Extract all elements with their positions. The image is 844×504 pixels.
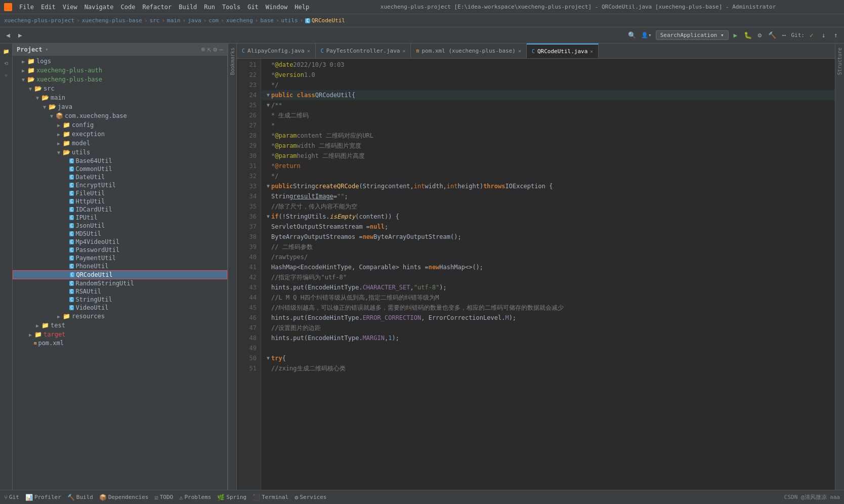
status-terminal[interactable]: ⬛ Terminal	[252, 494, 288, 501]
menu-build[interactable]: Build	[176, 3, 200, 12]
status-git[interactable]: ⑂ Git	[4, 494, 19, 501]
tree-item-package[interactable]: ▼ 📦 com.xuecheng.base	[13, 111, 227, 120]
tree-item-model[interactable]: ▶ 📁 model	[13, 139, 227, 148]
tree-item-stringutil[interactable]: C StringUtil	[13, 296, 227, 304]
minimize-icon[interactable]: —	[219, 46, 223, 53]
menu-run[interactable]: Run	[201, 3, 218, 12]
menu-window[interactable]: Window	[263, 3, 290, 12]
structure-label[interactable]: Structure	[836, 44, 843, 79]
tab-paytestcontroller[interactable]: C PayTestController.java ✕	[316, 44, 411, 58]
tab-close-alipayconfig[interactable]: ✕	[307, 48, 310, 54]
project-icon[interactable]: 📁	[1, 46, 12, 57]
menu-git[interactable]: Git	[244, 3, 262, 12]
tree-item-idcardutil[interactable]: C IDCardUtil	[13, 205, 227, 214]
tree-item-fileutil[interactable]: C FileUtil	[13, 189, 227, 197]
tree-item-phoneutil[interactable]: C PhoneUtil	[13, 262, 227, 270]
structure-panel[interactable]: Structure	[835, 44, 844, 490]
debug-btn[interactable]: 🐛	[743, 30, 753, 40]
tab-close-pomxml[interactable]: ✕	[518, 48, 521, 54]
status-build[interactable]: 🔨 Build	[67, 494, 93, 501]
git-icon[interactable]: ⑂	[1, 70, 12, 81]
menu-file[interactable]: File	[16, 3, 37, 12]
tree-item-dateutil[interactable]: C DateUtil	[13, 173, 227, 181]
commit-icon[interactable]: ⟲	[1, 58, 12, 69]
git-update-btn[interactable]: ↓	[819, 30, 829, 40]
menu-navigate[interactable]: Navigate	[81, 3, 117, 12]
tree-item-iputil[interactable]: C IPUtil	[13, 214, 227, 222]
status-profiler[interactable]: 📊 Profiler	[25, 494, 61, 501]
coverage-btn[interactable]: ⚙	[755, 30, 765, 40]
tab-qrcodeutil[interactable]: C QRCodeUtil.java ✕	[527, 44, 599, 58]
git-status-check[interactable]: ✓	[807, 30, 817, 40]
git-push-btn[interactable]: ↑	[831, 30, 841, 40]
run-btn[interactable]: ▶	[731, 30, 741, 40]
toolbar-profile-btn[interactable]: 👤▾	[639, 31, 654, 39]
tree-item-base64util[interactable]: C Base64Util	[13, 157, 227, 165]
menu-code[interactable]: Code	[118, 3, 139, 12]
toolbar-search-btn[interactable]: 🔍	[627, 30, 637, 40]
tree-item-jsonutil[interactable]: C JsonUtil	[13, 222, 227, 230]
run-config-dropdown[interactable]: SearchApplication ▾	[656, 30, 729, 40]
breadcrumb-main[interactable]: main	[167, 17, 181, 24]
tree-item-config[interactable]: ▶ 📁 config	[13, 120, 227, 130]
menu-bar[interactable]: File Edit View Navigate Code Refactor Bu…	[16, 3, 312, 12]
locate-file-icon[interactable]: ⊕	[201, 46, 205, 53]
breadcrumb-module[interactable]: xuecheng-plus-base	[82, 17, 142, 24]
breadcrumb-java[interactable]: java	[188, 17, 201, 24]
tree-item-utils[interactable]: ▼ 📂 utils	[13, 148, 227, 157]
tree-item-test[interactable]: ▶ 📁 test	[13, 321, 227, 330]
tree-item-commonutil[interactable]: C CommonUtil	[13, 165, 227, 173]
tree-item-java[interactable]: ▼ 📂 java	[13, 102, 227, 111]
breadcrumb-base[interactable]: base	[260, 17, 274, 24]
tree-item-main[interactable]: ▼ 📂 main	[13, 93, 227, 102]
menu-tools[interactable]: Tools	[219, 3, 243, 12]
tree-item-httputil[interactable]: C HttpUtil	[13, 197, 227, 205]
tree-item-videoutil[interactable]: C VideoUtil	[13, 304, 227, 312]
tree-item-pom[interactable]: m pom.xml	[13, 339, 227, 347]
tree-item-target[interactable]: ▶ 📁 target	[13, 330, 227, 339]
toolbar-more-btn[interactable]: ⋯	[779, 30, 789, 40]
tree-item-qrcodeutil[interactable]: C QRCodeUtil	[13, 270, 227, 279]
menu-view[interactable]: View	[60, 3, 80, 12]
menu-help[interactable]: Help	[291, 3, 312, 12]
status-todo[interactable]: ☑ TODO	[154, 494, 173, 501]
tree-item-auth[interactable]: ▶ 📁 xuecheng-plus-auth	[13, 66, 227, 75]
status-dependencies[interactable]: 📦 Dependencies	[99, 494, 148, 501]
tab-pomxml[interactable]: m pom.xml (xuecheng-plus-base) ✕	[411, 44, 527, 58]
tree-item-base[interactable]: ▼ 📂 xuecheng-plus-base	[13, 75, 227, 84]
tab-alipayconfig[interactable]: C AlipayConfig.java ✕	[237, 44, 316, 58]
toolbar-back-btn[interactable]: ◀	[3, 30, 13, 40]
project-dropdown-arrow[interactable]: ▾	[46, 47, 49, 52]
breadcrumb-xuecheng[interactable]: xuecheng	[226, 17, 253, 24]
toolbar-forward-btn[interactable]: ▶	[15, 30, 25, 40]
tree-item-paymentutil[interactable]: C PaymentUtil	[13, 254, 227, 262]
collapse-all-icon[interactable]: ⇱	[207, 46, 212, 53]
tree-item-randomstringutil[interactable]: C RandomStringUtil	[13, 279, 227, 287]
tab-close-qrcodeutil[interactable]: ✕	[590, 49, 593, 54]
bookmarks-panel[interactable]: Bookmarks	[228, 44, 237, 490]
tree-item-logs[interactable]: ▶ 📁 logs	[13, 57, 227, 66]
breadcrumb-utils[interactable]: utils	[281, 17, 298, 24]
tree-item-mp4videoutil[interactable]: C Mp4VideoUtil	[13, 238, 227, 246]
settings-icon[interactable]: ⚙	[213, 46, 217, 53]
breadcrumb-com[interactable]: com	[208, 17, 219, 24]
breadcrumb-project[interactable]: xuecheng-plus-project	[4, 17, 74, 24]
status-spring[interactable]: 🌿 Spring	[217, 494, 246, 501]
package-icon: 📦	[55, 112, 63, 120]
tree-item-encryptutil[interactable]: C EncryptUtil	[13, 181, 227, 189]
status-problems[interactable]: ⚠ Problems	[179, 494, 211, 501]
tree-item-resources[interactable]: ▶ 📁 resources	[13, 312, 227, 321]
bookmarks-label[interactable]: Bookmarks	[229, 44, 236, 79]
tree-item-passwordutil[interactable]: C PasswordUtil	[13, 246, 227, 254]
breadcrumb-src[interactable]: src	[150, 17, 160, 24]
tree-item-exception[interactable]: ▶ 📁 execption	[13, 130, 227, 139]
toolbar-build-btn[interactable]: 🔨	[767, 30, 777, 40]
tree-item-src[interactable]: ▼ 📂 src	[13, 84, 227, 93]
status-services[interactable]: ⚙ Services	[294, 494, 326, 501]
tree-item-rsautil[interactable]: C RSAUtil	[13, 287, 227, 296]
tab-close-paytestcontroller[interactable]: ✕	[402, 48, 405, 54]
menu-refactor[interactable]: Refactor	[139, 3, 175, 12]
menu-edit[interactable]: Edit	[38, 3, 59, 12]
code-content[interactable]: * @date 2022/10/3 0:03 * @version 1.0 */…	[261, 59, 835, 490]
tree-item-md5util[interactable]: C MD5Util	[13, 230, 227, 238]
